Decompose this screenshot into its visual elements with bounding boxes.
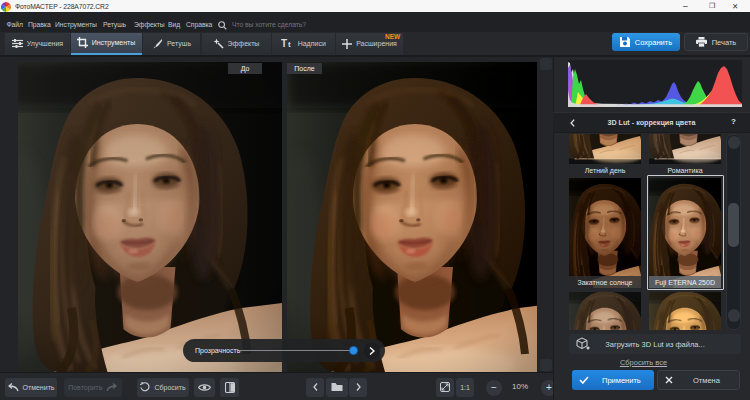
svg-text:t: t	[288, 40, 291, 49]
svg-text:T: T	[281, 38, 287, 49]
